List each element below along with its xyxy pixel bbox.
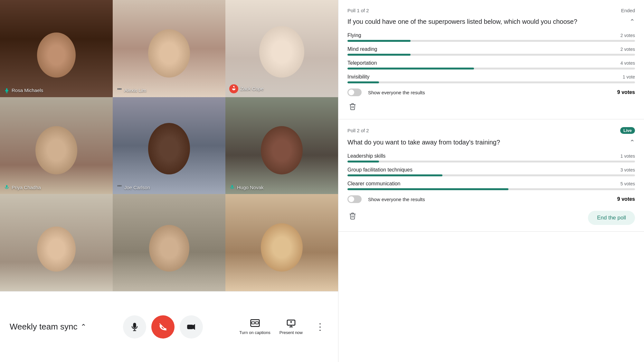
communication-progress-track bbox=[347, 188, 635, 190]
video-cell-9 bbox=[225, 194, 338, 291]
svg-rect-17 bbox=[251, 322, 254, 324]
poll-2-show-results-row: Show everyone the results 9 votes bbox=[347, 195, 635, 203]
meeting-chevron-icon[interactable]: ⌃ bbox=[80, 323, 86, 331]
participant-label-3: Zack Cope bbox=[229, 84, 264, 93]
video-cell-1: Rosa Michaels bbox=[0, 0, 113, 97]
poll-1-meta: Poll 1 of 2 Ended bbox=[347, 8, 635, 13]
svg-rect-10 bbox=[232, 185, 233, 188]
facilitation-progress-fill bbox=[347, 174, 442, 176]
mic-icon-1 bbox=[4, 88, 10, 93]
video-cell-3: Zack Cope bbox=[225, 0, 338, 97]
teleportation-progress-fill bbox=[347, 68, 474, 70]
poll-1-show-results-row: Show everyone the results 9 votes bbox=[347, 88, 635, 96]
poll-1-option-invisibility: Invisibility 1 vote bbox=[347, 74, 635, 83]
poll-1-results-toggle[interactable] bbox=[347, 88, 362, 96]
flying-progress-fill bbox=[347, 40, 411, 42]
poll-1-option-teleportation: Teleportation 4 votes bbox=[347, 60, 635, 70]
camera-button[interactable] bbox=[180, 315, 203, 339]
participant-label-4: Priya Chadha bbox=[4, 184, 41, 190]
leadership-progress-track bbox=[347, 161, 635, 162]
svg-point-5 bbox=[120, 88, 121, 89]
participant-label-1: Rosa Michaels bbox=[4, 88, 43, 93]
svg-rect-6 bbox=[6, 185, 8, 188]
end-poll-button[interactable]: End the poll bbox=[588, 211, 635, 225]
mic-icon-6 bbox=[229, 184, 235, 190]
video-grid: Rosa Michaels Alexis Lim Zack bbox=[0, 0, 338, 291]
facilitation-progress-track bbox=[347, 174, 635, 176]
meeting-title: Weekly team sync ⌃ bbox=[10, 322, 86, 332]
mic-icon-2 bbox=[117, 88, 122, 93]
mic-icon-4 bbox=[4, 184, 10, 190]
video-cell-2: Alexis Lim bbox=[113, 0, 225, 97]
svg-point-7 bbox=[118, 185, 118, 186]
svg-rect-16 bbox=[251, 320, 259, 326]
svg-rect-11 bbox=[133, 323, 136, 328]
poll-2-meta: Poll 2 of 2 Live bbox=[347, 127, 635, 134]
leadership-progress-fill bbox=[347, 161, 379, 162]
video-cell-7 bbox=[0, 194, 113, 291]
poll-2-option-communication: Clearer communication 5 votes bbox=[347, 181, 635, 190]
right-controls: Turn on captions Present now ⋮ bbox=[239, 318, 328, 336]
hang-up-button[interactable] bbox=[151, 315, 175, 339]
mindreading-progress-fill bbox=[347, 54, 411, 56]
participant-label-6: Hugo Novak bbox=[229, 184, 264, 190]
poll-2-option-leadership: Leadership skills 1 votes bbox=[347, 153, 635, 162]
mic-icon-5 bbox=[117, 184, 122, 190]
poll-1-delete-button[interactable] bbox=[347, 101, 358, 113]
poll-1-question: If you could have one of the superpowers… bbox=[347, 17, 577, 26]
poll-2-option-facilitation: Group facilitation techniques 3 votes bbox=[347, 167, 635, 176]
svg-point-4 bbox=[119, 88, 120, 89]
poll-2-question: What do you want to take away from today… bbox=[347, 138, 500, 147]
svg-rect-18 bbox=[255, 322, 258, 324]
control-buttons bbox=[123, 315, 203, 339]
present-button[interactable]: Present now bbox=[279, 318, 303, 336]
svg-point-9 bbox=[120, 185, 121, 186]
flying-progress-track bbox=[347, 40, 635, 42]
poll-2-collapse-icon[interactable]: ⌃ bbox=[630, 138, 635, 146]
svg-point-3 bbox=[118, 88, 118, 89]
poll-1-option-flying: Flying 2 votes bbox=[347, 32, 635, 42]
svg-rect-15 bbox=[187, 325, 193, 329]
poll-2-card: Poll 2 of 2 Live What do you want to tak… bbox=[338, 119, 644, 232]
participant-label-5: Joe Carlson bbox=[117, 184, 150, 190]
teleportation-progress-track bbox=[347, 68, 635, 70]
svg-point-8 bbox=[119, 185, 120, 186]
video-area: Rosa Michaels Alexis Lim Zack bbox=[0, 0, 338, 362]
bottom-bar: Weekly team sync ⌃ bbox=[0, 291, 338, 362]
video-cell-6: Hugo Novak bbox=[225, 97, 338, 194]
invisibility-progress-track bbox=[347, 81, 635, 83]
poll-1-option-mindreading: Mind reading 2 votes bbox=[347, 46, 635, 56]
participant-label-2: Alexis Lim bbox=[117, 88, 146, 93]
captions-button[interactable]: Turn on captions bbox=[239, 318, 270, 336]
poll-1-card: Poll 1 of 2 Ended If you could have one … bbox=[338, 0, 644, 119]
microphone-button[interactable] bbox=[123, 315, 146, 339]
video-cell-5: Joe Carlson bbox=[113, 97, 225, 194]
poll-2-results-toggle[interactable] bbox=[347, 195, 362, 203]
video-cell-8 bbox=[113, 194, 225, 291]
poll-2-delete-button[interactable] bbox=[347, 211, 358, 222]
video-cell-4: Priya Chadha bbox=[0, 97, 113, 194]
mindreading-progress-track bbox=[347, 54, 635, 56]
mic-muted-icon-3 bbox=[229, 84, 238, 93]
communication-progress-fill bbox=[347, 188, 508, 190]
more-options-button[interactable]: ⋮ bbox=[312, 318, 328, 335]
sidebar: Poll 1 of 2 Ended If you could have one … bbox=[338, 0, 644, 362]
invisibility-progress-fill bbox=[347, 81, 379, 83]
poll-1-collapse-icon[interactable]: ⌃ bbox=[630, 18, 635, 25]
